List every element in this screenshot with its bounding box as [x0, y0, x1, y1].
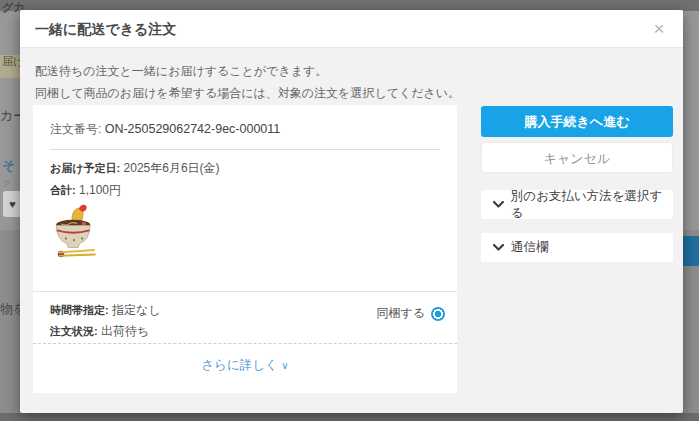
dashed-divider [33, 343, 457, 344]
order-number-row: 注文番号: ON-250529062742-9ec-000011 [50, 121, 280, 138]
page-background: グカ 届けて カー そ ク ♥ 物を 一緒に配送できる注文 × 配送待ちの注文と… [0, 0, 699, 421]
background-link-fragment: そ [2, 157, 15, 175]
delivery-date-value: 2025年6月6日(金) [124, 161, 220, 175]
product-image-tempura-noodle-bowl-icon [48, 203, 100, 261]
order-status-row: 注文状況: 出荷待ち [50, 323, 149, 340]
message-field-toggle-label: 通信欄 [511, 239, 549, 256]
background-button-fragment [683, 236, 699, 266]
divider [33, 291, 457, 292]
bundle-radio-option[interactable]: 同梱する [376, 305, 445, 322]
order-card: 注文番号: ON-250529062742-9ec-000011 お届け予定日:… [33, 105, 457, 393]
time-slot-value: 指定なし [112, 303, 161, 317]
background-footer-band [0, 413, 699, 421]
cancel-button[interactable]: キャンセル [481, 142, 673, 173]
modal-title: 一緒に配送できる注文 [35, 10, 176, 48]
divider [50, 149, 440, 150]
radio-selected-icon[interactable] [431, 307, 445, 321]
delivery-date-label: お届け予定日: [50, 162, 120, 174]
order-status-label: 注文状況: [50, 325, 98, 337]
close-icon[interactable]: × [647, 17, 671, 41]
chevron-down-icon: ∨ [281, 360, 288, 371]
order-status-value: 出荷待ち [101, 324, 149, 338]
modal-description: 配送待ちの注文と一緒にお届けすることができます。 同梱して商品のお届けを希望する… [35, 60, 460, 104]
proceed-to-checkout-button[interactable]: 購入手続きへ進む [481, 106, 673, 137]
order-number-label: 注文番号: [50, 122, 101, 136]
total-label: 合計: [50, 184, 76, 196]
background-notice-fragment: 届けて [0, 55, 21, 78]
payment-method-toggle-label: 別のお支払い方法を選択する [511, 188, 673, 222]
more-details-link[interactable]: さらに詳しく ∨ [33, 357, 457, 374]
total-row: 合計: 1,100円 [50, 182, 121, 199]
description-line: 配送待ちの注文と一緒にお届けすることができます。 [35, 60, 460, 82]
combine-shipping-modal: 一緒に配送できる注文 × 配送待ちの注文と一緒にお届けすることができます。 同梱… [20, 10, 683, 413]
total-value: 1,100円 [79, 183, 121, 197]
bundle-radio-label: 同梱する [376, 305, 425, 322]
more-details-label: さらに詳しく [201, 358, 277, 372]
modal-header: 一緒に配送できる注文 × [20, 10, 683, 48]
chevron-down-icon [493, 244, 504, 251]
delivery-date-row: お届け予定日: 2025年6月6日(金) [50, 160, 220, 177]
background-text-fragment: ク [2, 177, 11, 190]
description-line: 同梱して商品のお届けを希望する場合には、対象の注文を選択してください。 [35, 82, 460, 104]
chevron-down-icon [493, 201, 504, 208]
payment-method-toggle[interactable]: 別のお支払い方法を選択する [481, 190, 673, 219]
order-number-value: ON-250529062742-9ec-000011 [105, 122, 281, 136]
time-slot-label: 時間帯指定: [50, 304, 109, 316]
message-field-toggle[interactable]: 通信欄 [481, 233, 673, 262]
time-slot-row: 時間帯指定: 指定なし [50, 302, 161, 319]
